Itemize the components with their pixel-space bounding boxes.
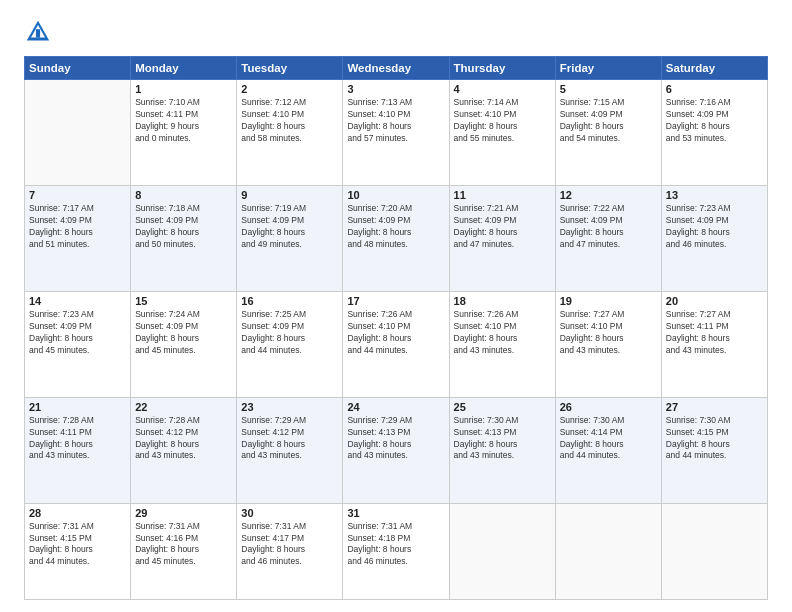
calendar-cell: 1Sunrise: 7:10 AMSunset: 4:11 PMDaylight…	[131, 80, 237, 186]
calendar-cell: 13Sunrise: 7:23 AMSunset: 4:09 PMDayligh…	[661, 185, 767, 291]
day-info: Sunrise: 7:13 AMSunset: 4:10 PMDaylight:…	[347, 97, 444, 145]
day-info: Sunrise: 7:23 AMSunset: 4:09 PMDaylight:…	[29, 309, 126, 357]
calendar-table: SundayMondayTuesdayWednesdayThursdayFrid…	[24, 56, 768, 600]
calendar-cell	[661, 503, 767, 599]
day-number: 9	[241, 189, 338, 201]
calendar-cell: 20Sunrise: 7:27 AMSunset: 4:11 PMDayligh…	[661, 291, 767, 397]
day-info: Sunrise: 7:31 AMSunset: 4:15 PMDaylight:…	[29, 521, 126, 569]
day-info: Sunrise: 7:31 AMSunset: 4:18 PMDaylight:…	[347, 521, 444, 569]
day-info: Sunrise: 7:15 AMSunset: 4:09 PMDaylight:…	[560, 97, 657, 145]
day-info: Sunrise: 7:31 AMSunset: 4:17 PMDaylight:…	[241, 521, 338, 569]
calendar-cell	[25, 80, 131, 186]
calendar-cell: 28Sunrise: 7:31 AMSunset: 4:15 PMDayligh…	[25, 503, 131, 599]
day-number: 5	[560, 83, 657, 95]
calendar-cell: 21Sunrise: 7:28 AMSunset: 4:11 PMDayligh…	[25, 397, 131, 503]
day-number: 20	[666, 295, 763, 307]
day-info: Sunrise: 7:23 AMSunset: 4:09 PMDaylight:…	[666, 203, 763, 251]
logo-icon	[24, 18, 52, 46]
day-number: 13	[666, 189, 763, 201]
day-info: Sunrise: 7:19 AMSunset: 4:09 PMDaylight:…	[241, 203, 338, 251]
week-row-4: 28Sunrise: 7:31 AMSunset: 4:15 PMDayligh…	[25, 503, 768, 599]
calendar-cell: 18Sunrise: 7:26 AMSunset: 4:10 PMDayligh…	[449, 291, 555, 397]
day-number: 18	[454, 295, 551, 307]
day-number: 16	[241, 295, 338, 307]
calendar-cell: 2Sunrise: 7:12 AMSunset: 4:10 PMDaylight…	[237, 80, 343, 186]
day-number: 24	[347, 401, 444, 413]
calendar-cell: 12Sunrise: 7:22 AMSunset: 4:09 PMDayligh…	[555, 185, 661, 291]
calendar-cell	[449, 503, 555, 599]
day-info: Sunrise: 7:14 AMSunset: 4:10 PMDaylight:…	[454, 97, 551, 145]
day-info: Sunrise: 7:26 AMSunset: 4:10 PMDaylight:…	[347, 309, 444, 357]
page: SundayMondayTuesdayWednesdayThursdayFrid…	[0, 0, 792, 612]
day-number: 14	[29, 295, 126, 307]
week-row-0: 1Sunrise: 7:10 AMSunset: 4:11 PMDaylight…	[25, 80, 768, 186]
day-info: Sunrise: 7:30 AMSunset: 4:15 PMDaylight:…	[666, 415, 763, 463]
day-number: 22	[135, 401, 232, 413]
calendar-cell: 14Sunrise: 7:23 AMSunset: 4:09 PMDayligh…	[25, 291, 131, 397]
calendar-cell: 6Sunrise: 7:16 AMSunset: 4:09 PMDaylight…	[661, 80, 767, 186]
calendar-cell: 4Sunrise: 7:14 AMSunset: 4:10 PMDaylight…	[449, 80, 555, 186]
calendar-cell: 31Sunrise: 7:31 AMSunset: 4:18 PMDayligh…	[343, 503, 449, 599]
day-number: 3	[347, 83, 444, 95]
calendar-cell: 7Sunrise: 7:17 AMSunset: 4:09 PMDaylight…	[25, 185, 131, 291]
calendar-cell: 17Sunrise: 7:26 AMSunset: 4:10 PMDayligh…	[343, 291, 449, 397]
calendar-cell: 26Sunrise: 7:30 AMSunset: 4:14 PMDayligh…	[555, 397, 661, 503]
calendar-cell: 19Sunrise: 7:27 AMSunset: 4:10 PMDayligh…	[555, 291, 661, 397]
day-header-wednesday: Wednesday	[343, 57, 449, 80]
day-header-saturday: Saturday	[661, 57, 767, 80]
day-info: Sunrise: 7:29 AMSunset: 4:12 PMDaylight:…	[241, 415, 338, 463]
calendar-cell: 15Sunrise: 7:24 AMSunset: 4:09 PMDayligh…	[131, 291, 237, 397]
day-info: Sunrise: 7:28 AMSunset: 4:12 PMDaylight:…	[135, 415, 232, 463]
day-info: Sunrise: 7:29 AMSunset: 4:13 PMDaylight:…	[347, 415, 444, 463]
calendar-cell: 9Sunrise: 7:19 AMSunset: 4:09 PMDaylight…	[237, 185, 343, 291]
day-number: 19	[560, 295, 657, 307]
calendar-cell: 16Sunrise: 7:25 AMSunset: 4:09 PMDayligh…	[237, 291, 343, 397]
day-number: 11	[454, 189, 551, 201]
day-header-thursday: Thursday	[449, 57, 555, 80]
day-number: 25	[454, 401, 551, 413]
day-number: 30	[241, 507, 338, 519]
week-row-3: 21Sunrise: 7:28 AMSunset: 4:11 PMDayligh…	[25, 397, 768, 503]
day-info: Sunrise: 7:10 AMSunset: 4:11 PMDaylight:…	[135, 97, 232, 145]
day-info: Sunrise: 7:17 AMSunset: 4:09 PMDaylight:…	[29, 203, 126, 251]
day-header-monday: Monday	[131, 57, 237, 80]
day-info: Sunrise: 7:30 AMSunset: 4:14 PMDaylight:…	[560, 415, 657, 463]
day-info: Sunrise: 7:12 AMSunset: 4:10 PMDaylight:…	[241, 97, 338, 145]
calendar-cell: 29Sunrise: 7:31 AMSunset: 4:16 PMDayligh…	[131, 503, 237, 599]
day-number: 2	[241, 83, 338, 95]
day-number: 17	[347, 295, 444, 307]
calendar-cell: 24Sunrise: 7:29 AMSunset: 4:13 PMDayligh…	[343, 397, 449, 503]
day-info: Sunrise: 7:31 AMSunset: 4:16 PMDaylight:…	[135, 521, 232, 569]
day-info: Sunrise: 7:27 AMSunset: 4:11 PMDaylight:…	[666, 309, 763, 357]
calendar-cell: 30Sunrise: 7:31 AMSunset: 4:17 PMDayligh…	[237, 503, 343, 599]
day-header-sunday: Sunday	[25, 57, 131, 80]
header	[24, 18, 768, 46]
day-number: 29	[135, 507, 232, 519]
day-number: 8	[135, 189, 232, 201]
day-info: Sunrise: 7:22 AMSunset: 4:09 PMDaylight:…	[560, 203, 657, 251]
week-row-1: 7Sunrise: 7:17 AMSunset: 4:09 PMDaylight…	[25, 185, 768, 291]
day-number: 28	[29, 507, 126, 519]
logo	[24, 18, 58, 46]
day-info: Sunrise: 7:27 AMSunset: 4:10 PMDaylight:…	[560, 309, 657, 357]
calendar-cell: 8Sunrise: 7:18 AMSunset: 4:09 PMDaylight…	[131, 185, 237, 291]
calendar-cell: 27Sunrise: 7:30 AMSunset: 4:15 PMDayligh…	[661, 397, 767, 503]
day-info: Sunrise: 7:30 AMSunset: 4:13 PMDaylight:…	[454, 415, 551, 463]
day-number: 6	[666, 83, 763, 95]
day-info: Sunrise: 7:18 AMSunset: 4:09 PMDaylight:…	[135, 203, 232, 251]
day-info: Sunrise: 7:16 AMSunset: 4:09 PMDaylight:…	[666, 97, 763, 145]
calendar-cell: 25Sunrise: 7:30 AMSunset: 4:13 PMDayligh…	[449, 397, 555, 503]
calendar-cell: 23Sunrise: 7:29 AMSunset: 4:12 PMDayligh…	[237, 397, 343, 503]
day-header-tuesday: Tuesday	[237, 57, 343, 80]
day-info: Sunrise: 7:20 AMSunset: 4:09 PMDaylight:…	[347, 203, 444, 251]
calendar-cell: 3Sunrise: 7:13 AMSunset: 4:10 PMDaylight…	[343, 80, 449, 186]
day-number: 21	[29, 401, 126, 413]
calendar-header-row: SundayMondayTuesdayWednesdayThursdayFrid…	[25, 57, 768, 80]
day-number: 1	[135, 83, 232, 95]
calendar-cell: 11Sunrise: 7:21 AMSunset: 4:09 PMDayligh…	[449, 185, 555, 291]
day-number: 23	[241, 401, 338, 413]
day-info: Sunrise: 7:25 AMSunset: 4:09 PMDaylight:…	[241, 309, 338, 357]
day-number: 7	[29, 189, 126, 201]
day-number: 4	[454, 83, 551, 95]
day-info: Sunrise: 7:21 AMSunset: 4:09 PMDaylight:…	[454, 203, 551, 251]
